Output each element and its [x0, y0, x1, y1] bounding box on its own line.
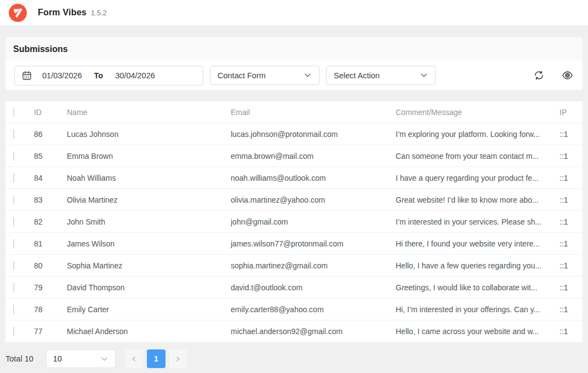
form-select-value: Contact Form: [218, 71, 266, 80]
row-checkbox[interactable]: [13, 173, 14, 183]
date-range-picker[interactable]: 01/03/2026 To 30/04/2026: [14, 66, 203, 85]
cell-comment: Hi there, I found your website very inte…: [396, 239, 560, 248]
filter-bar: 01/03/2026 To 30/04/2026 Contact Form Se…: [5, 61, 583, 90]
action-select[interactable]: Select Action: [326, 66, 436, 85]
cell-ip: ::1: [560, 305, 575, 314]
cell-ip: ::1: [560, 283, 575, 292]
page-size-value: 10: [53, 354, 62, 363]
cell-id: 81: [34, 239, 67, 248]
date-to-input[interactable]: 30/04/2026: [115, 71, 155, 80]
table-header-row: ID Name Email Comment/Message IP: [5, 101, 583, 123]
row-checkbox[interactable]: [13, 239, 14, 249]
cell-email: john@gmail.com: [231, 217, 396, 226]
cell-email: james.wilson77@protonmail.com: [231, 239, 396, 248]
column-header-id: ID: [34, 108, 67, 117]
cell-name: David Thompson: [67, 283, 231, 292]
page-title: Submissions: [13, 44, 575, 54]
table-row: 85 Emma Brown emma.brown@mail.com Can so…: [5, 145, 583, 167]
cell-email: david.t@outlook.com: [231, 283, 396, 292]
calendar-icon: [21, 70, 32, 81]
action-select-value: Select Action: [334, 71, 380, 80]
cell-email: emily.carter88@yahoo.com: [231, 305, 396, 314]
cell-name: John Smith: [67, 217, 231, 226]
cell-email: olivia.martinez@yahoo.com: [231, 196, 396, 204]
table-row: 80 Sophia Martinez sophia.martinez@gmail…: [5, 255, 583, 277]
form-select[interactable]: Contact Form: [210, 66, 319, 85]
row-checkbox[interactable]: [13, 326, 14, 336]
row-checkbox[interactable]: [13, 305, 14, 314]
cell-comment: Can someone from your team contact m...: [396, 152, 560, 160]
cell-email: lucas.johnson@protonmail.com: [231, 130, 396, 139]
cell-comment: Great website! I’d like to know more abo…: [396, 196, 560, 204]
cell-comment: Hello, I came across your website and w.…: [396, 327, 560, 336]
eye-icon: [562, 70, 573, 81]
cell-comment: I’m interested in your services. Please …: [396, 217, 560, 226]
cell-id: 79: [34, 283, 67, 292]
select-all-checkbox[interactable]: [13, 107, 14, 117]
cell-id: 77: [34, 327, 67, 336]
chevron-down-icon: [100, 355, 109, 363]
cell-name: Emma Brown: [67, 152, 231, 160]
date-from-input[interactable]: 01/03/2026: [42, 71, 82, 80]
cell-comment: I’m exploring your platform. Looking for…: [396, 130, 560, 139]
cell-comment: Hello, I have a few queries regarding yo…: [396, 261, 560, 270]
cell-email: sophia.martinez@gmail.com: [231, 261, 396, 270]
cell-id: 84: [34, 174, 67, 182]
row-checkbox[interactable]: [13, 195, 14, 205]
table-row: 81 James Wilson james.wilson77@protonmai…: [5, 233, 583, 255]
cell-comment: I have a query regarding your product fe…: [396, 174, 560, 182]
next-page-button[interactable]: [169, 349, 187, 368]
total-count-label: Total 10: [5, 354, 33, 363]
cell-name: James Wilson: [67, 239, 231, 248]
cell-id: 86: [34, 130, 67, 139]
date-range-to-label: To: [94, 71, 104, 80]
top-bar: Form Vibes 1.5.2: [0, 0, 588, 25]
cell-comment: Greetings, I would like to collaborate w…: [396, 283, 560, 292]
app-version: 1.5.2: [91, 9, 107, 17]
chevron-left-icon: [130, 355, 138, 363]
chevron-right-icon: [174, 355, 181, 363]
cell-ip: ::1: [560, 217, 575, 226]
table-row: 84 Noah Williams noah.williams@outlook.c…: [5, 167, 583, 189]
refresh-icon: [533, 70, 545, 81]
cell-ip: ::1: [560, 239, 575, 248]
cell-name: Emily Carter: [67, 305, 231, 314]
row-checkbox[interactable]: [13, 217, 14, 227]
page-1-button[interactable]: 1: [147, 349, 165, 368]
column-visibility-button[interactable]: [561, 69, 574, 82]
table-row: 82 John Smith john@gmail.com I’m interes…: [5, 211, 583, 233]
page-size-select[interactable]: 10: [46, 349, 116, 368]
pagination: 1: [125, 349, 187, 368]
table-row: 77 Michael Anderson michael.anderson92@g…: [5, 320, 583, 342]
cell-comment: Hi, I’m interested in your offerings. Ca…: [396, 305, 560, 314]
table-footer: Total 10 10 1: [5, 349, 583, 368]
refresh-button[interactable]: [532, 69, 545, 82]
cell-name: Sophia Martinez: [67, 261, 231, 270]
cell-ip: ::1: [560, 152, 575, 160]
cell-name: Lucas Johnson: [67, 130, 231, 139]
cell-email: michael.anderson92@gmail.com: [231, 327, 396, 336]
row-checkbox[interactable]: [13, 129, 14, 139]
row-checkbox[interactable]: [13, 151, 14, 161]
cell-ip: ::1: [560, 130, 575, 139]
table-row: 79 David Thompson david.t@outlook.com Gr…: [5, 277, 583, 299]
cell-name: Olivia Martinez: [67, 196, 231, 204]
table-row: 83 Olivia Martinez olivia.martinez@yahoo…: [5, 189, 583, 211]
column-header-email: Email: [231, 108, 396, 117]
app-title: Form Vibes: [38, 8, 87, 18]
previous-page-button[interactable]: [125, 349, 144, 368]
row-checkbox[interactable]: [13, 261, 14, 271]
cell-ip: ::1: [560, 174, 575, 182]
cell-id: 80: [34, 261, 67, 270]
cell-ip: ::1: [560, 261, 575, 270]
table-row: 78 Emily Carter emily.carter88@yahoo.com…: [5, 299, 583, 320]
cell-ip: ::1: [560, 196, 575, 204]
column-header-ip: IP: [560, 108, 575, 117]
chevron-down-icon: [304, 71, 312, 79]
cell-ip: ::1: [560, 327, 575, 336]
row-checkbox[interactable]: [13, 283, 14, 292]
cell-name: Michael Anderson: [67, 327, 231, 336]
column-header-comment: Comment/Message: [396, 108, 560, 117]
cell-name: Noah Williams: [67, 174, 231, 182]
chevron-down-icon: [420, 71, 428, 79]
